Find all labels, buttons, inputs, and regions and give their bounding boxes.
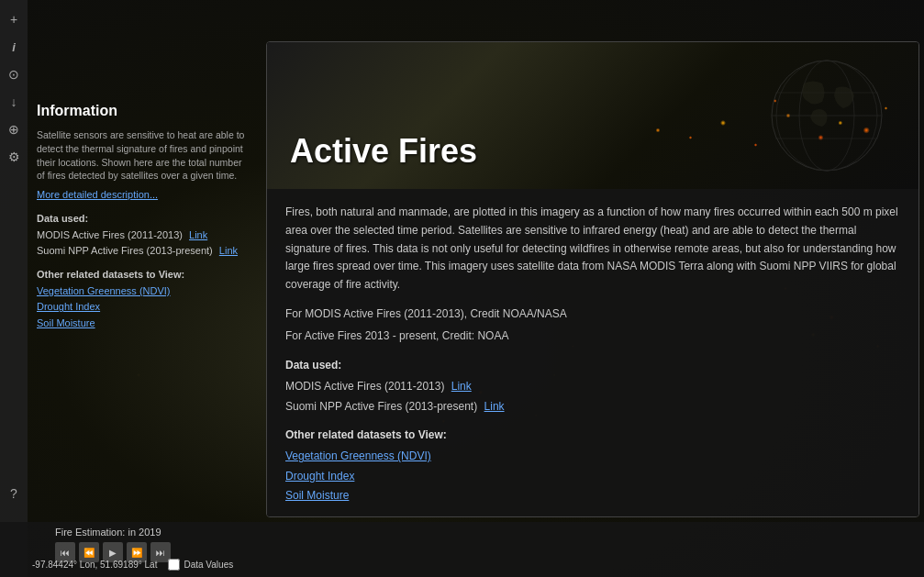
- dataset-1-link[interactable]: Link: [189, 229, 207, 240]
- link-icon[interactable]: ⊕: [4, 119, 24, 139]
- modal-related-link-1[interactable]: Vegetation Greenness (NDVI): [285, 448, 900, 465]
- modal-dataset-2: Suomi NPP Active Fires (2013-present) Li…: [285, 398, 900, 416]
- more-description-link[interactable]: More detailed description...: [37, 189, 158, 200]
- modal-panel: Active Fires Fires, both natural and man…: [266, 41, 919, 517]
- help-icon[interactable]: ?: [4, 483, 24, 504]
- dataset-2-link[interactable]: Link: [219, 245, 238, 256]
- data-values-label: Data Values: [184, 560, 233, 570]
- related-link-3[interactable]: Soil Moisture: [37, 316, 252, 330]
- modal-dataset-2-name: Suomi NPP Active Fires (2013-present): [285, 400, 477, 413]
- modal-credit-1: For MODIS Active Fires (2011-2013), Cred…: [285, 305, 900, 324]
- modal-credit-2: For Active Fires 2013 - present, Credit:…: [285, 327, 900, 346]
- related-link-1[interactable]: Vegetation Greenness (NDVI): [37, 284, 252, 298]
- modal-header: Active Fires: [267, 42, 918, 189]
- modal-dataset-1-name: MODIS Active Fires (2011-2013): [285, 380, 444, 393]
- related-link-2[interactable]: Drought Index: [37, 300, 252, 314]
- modal-related-label: Other related datasets to View:: [285, 427, 900, 444]
- related-label: Other related datasets to View:: [37, 268, 252, 282]
- info-panel-title: Information: [37, 101, 252, 121]
- info-icon[interactable]: i: [4, 37, 24, 57]
- data-values-checkbox[interactable]: [168, 559, 180, 571]
- modal-body-paragraph: Fires, both natural and manmade, are plo…: [285, 204, 900, 294]
- settings-icon[interactable]: ⚙: [4, 147, 24, 167]
- modal-data-used-label: Data used:: [285, 357, 900, 374]
- sidebar: + i ⊙ ↓ ⊕ ⚙ ?: [0, 0, 28, 577]
- modal-dataset-1-link[interactable]: Link: [451, 380, 472, 393]
- modal-title: Active Fires: [290, 132, 477, 171]
- dataset-2-name: Suomi NPP Active Fires (2013-present): [37, 245, 213, 256]
- modal-dataset-1: MODIS Active Fires (2011-2013) Link: [285, 378, 900, 395]
- fire-estimation-text: Fire Estimation: in 2019: [55, 527, 161, 538]
- camera-icon[interactable]: ⊙: [4, 64, 24, 84]
- download-icon[interactable]: ↓: [4, 92, 24, 112]
- modal-related-link-3[interactable]: Soil Moisture: [285, 487, 900, 505]
- data-values-checkbox-container[interactable]: Data Values: [168, 559, 233, 571]
- modal-related-link-2[interactable]: Drought Index: [285, 468, 900, 485]
- plus-icon[interactable]: +: [4, 9, 24, 29]
- dataset-2: Suomi NPP Active Fires (2013-present) Li…: [37, 244, 252, 258]
- ftp-access-link[interactable]: FTP Access: [285, 514, 347, 517]
- coordinates-text: -97.84424° Lon, 51.69189° Lat: [32, 560, 157, 570]
- dataset-1: MODIS Active Fires (2011-2013) Link: [37, 228, 252, 242]
- data-used-label: Data used:: [37, 212, 252, 226]
- globe-icon: [763, 51, 891, 180]
- modal-dataset-2-link[interactable]: Link: [484, 400, 505, 413]
- dataset-1-name: MODIS Active Fires (2011-2013): [37, 229, 183, 240]
- info-panel: Information Satellite sensors are sensit…: [28, 92, 262, 339]
- info-panel-description: Satellite sensors are sensitive to heat …: [37, 128, 252, 183]
- modal-content: Fires, both natural and manmade, are plo…: [267, 189, 918, 517]
